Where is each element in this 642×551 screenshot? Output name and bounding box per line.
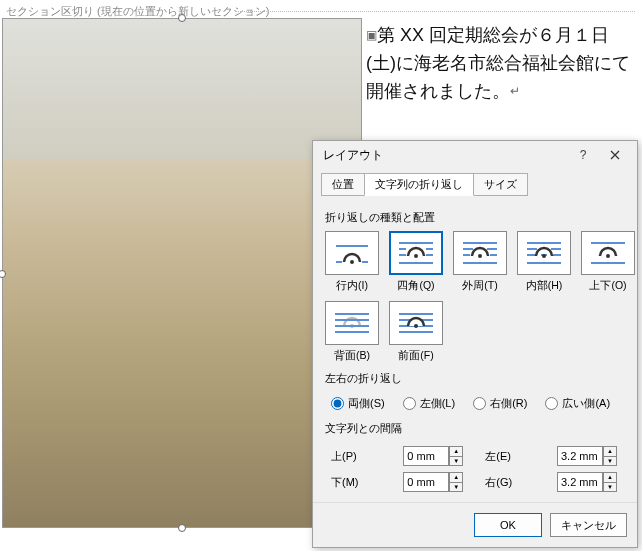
spin-up-icon[interactable]: ▲ bbox=[449, 446, 463, 456]
lr-wrap-label: 左右の折り返し bbox=[325, 371, 625, 386]
svg-point-10 bbox=[414, 254, 418, 258]
dist-top-spinner[interactable]: ▲▼ bbox=[403, 446, 471, 466]
radio-right[interactable]: 右側(R) bbox=[473, 396, 527, 411]
wrap-tight[interactable]: 外周(T) bbox=[453, 231, 507, 293]
dist-right-label: 右(G) bbox=[485, 475, 543, 490]
wrap-behind-label: 背面(B) bbox=[325, 349, 379, 363]
dist-left-spinner[interactable]: ▲▼ bbox=[557, 446, 625, 466]
dist-bottom-input[interactable] bbox=[403, 472, 449, 492]
document-image[interactable] bbox=[2, 18, 362, 528]
wrap-through[interactable]: 内部(H) bbox=[517, 231, 571, 293]
dist-bottom-spinner[interactable]: ▲▼ bbox=[403, 472, 471, 492]
svg-point-25 bbox=[542, 254, 546, 258]
dialog-titlebar: レイアウト ? bbox=[313, 141, 637, 169]
dist-bottom-label: 下(M) bbox=[331, 475, 389, 490]
wrap-infront[interactable]: 前面(F) bbox=[389, 301, 443, 363]
radio-both[interactable]: 両側(S) bbox=[331, 396, 385, 411]
document-body-text[interactable]: ▣第 XX 回定期総会が６月１日(土)に海老名市総合福祉会館にて開催されました。… bbox=[366, 22, 638, 106]
spin-up-icon[interactable]: ▲ bbox=[603, 472, 617, 482]
dist-left-input[interactable] bbox=[557, 446, 603, 466]
spin-up-icon[interactable]: ▲ bbox=[603, 446, 617, 456]
svg-point-38 bbox=[414, 324, 418, 328]
wrap-inline[interactable]: 行内(I) bbox=[325, 231, 379, 293]
close-button[interactable] bbox=[599, 143, 631, 167]
tab-strip: 位置 文字列の折り返し サイズ bbox=[313, 169, 637, 196]
section-break-text: セクション区切り (現在の位置から新しいセクション) bbox=[0, 4, 269, 19]
help-button[interactable]: ? bbox=[567, 143, 599, 167]
wrap-square[interactable]: 四角(Q) bbox=[389, 231, 443, 293]
tab-wrap[interactable]: 文字列の折り返し bbox=[364, 173, 474, 196]
dialog-button-bar: OK キャンセル bbox=[313, 502, 637, 547]
wrap-infront-label: 前面(F) bbox=[389, 349, 443, 363]
layout-dialog: レイアウト ? 位置 文字列の折り返し サイズ 折り返しの種類と配置 行内(I)… bbox=[312, 140, 638, 548]
svg-point-28 bbox=[606, 254, 610, 258]
wrap-topbottom[interactable]: 上下(O) bbox=[581, 231, 635, 293]
wrap-through-label: 内部(H) bbox=[517, 279, 571, 293]
dialog-title: レイアウト bbox=[323, 147, 567, 164]
dist-right-input[interactable] bbox=[557, 472, 603, 492]
tab-panel-wrap: 折り返しの種類と配置 行内(I) 四角(Q) 外周(T) 内部(H) 上下(O) bbox=[321, 196, 629, 502]
cancel-button[interactable]: キャンセル bbox=[550, 513, 627, 537]
tab-position[interactable]: 位置 bbox=[321, 173, 365, 196]
ok-button[interactable]: OK bbox=[474, 513, 542, 537]
wrap-topbottom-label: 上下(O) bbox=[581, 279, 635, 293]
dist-left-label: 左(E) bbox=[485, 449, 543, 464]
spin-down-icon[interactable]: ▼ bbox=[449, 482, 463, 493]
wrap-behind[interactable]: 背面(B) bbox=[325, 301, 379, 363]
tab-size[interactable]: サイズ bbox=[473, 173, 528, 196]
spin-up-icon[interactable]: ▲ bbox=[449, 472, 463, 482]
radio-left[interactable]: 左側(L) bbox=[403, 396, 455, 411]
wrap-type-label: 折り返しの種類と配置 bbox=[325, 210, 625, 225]
wrap-square-label: 四角(Q) bbox=[389, 279, 443, 293]
resize-handle-top[interactable] bbox=[178, 14, 186, 22]
dist-right-spinner[interactable]: ▲▼ bbox=[557, 472, 625, 492]
spin-down-icon[interactable]: ▼ bbox=[603, 482, 617, 493]
wrap-tight-label: 外周(T) bbox=[453, 279, 507, 293]
distance-label: 文字列との間隔 bbox=[325, 421, 625, 436]
svg-point-2 bbox=[350, 260, 354, 264]
radio-largest[interactable]: 広い側(A) bbox=[545, 396, 610, 411]
resize-handle-bottom[interactable] bbox=[178, 524, 186, 532]
dist-top-label: 上(P) bbox=[331, 449, 389, 464]
spin-down-icon[interactable]: ▼ bbox=[449, 456, 463, 467]
wrap-inline-label: 行内(I) bbox=[325, 279, 379, 293]
spin-down-icon[interactable]: ▼ bbox=[603, 456, 617, 467]
svg-point-17 bbox=[478, 254, 482, 258]
dist-top-input[interactable] bbox=[403, 446, 449, 466]
close-icon bbox=[610, 150, 620, 160]
